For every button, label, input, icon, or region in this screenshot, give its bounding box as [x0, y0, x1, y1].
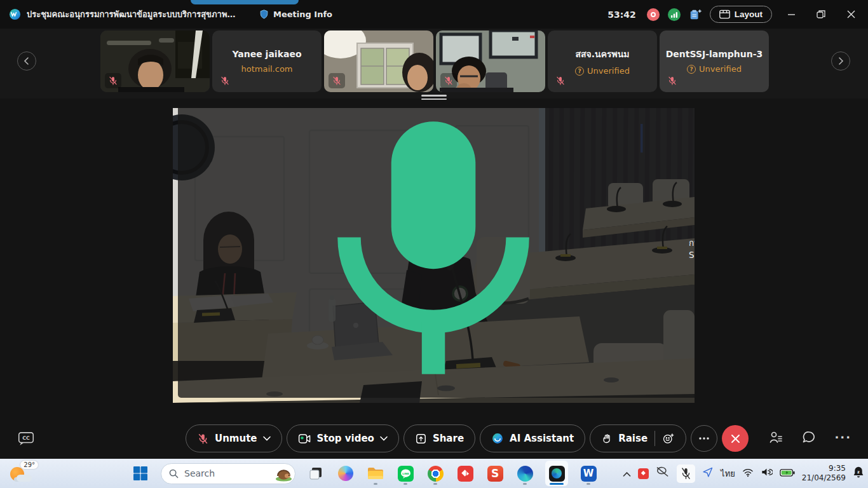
shield-icon — [259, 9, 269, 20]
battery-icon[interactable] — [780, 468, 795, 480]
minimize-button[interactable] — [780, 5, 802, 24]
svg-text:z: z — [857, 470, 860, 475]
more-panels-button[interactable]: ··· — [834, 431, 851, 444]
search-icon — [169, 469, 179, 478]
participant-filmstrip: Yanee jaikaeo hotmail.com — [0, 29, 868, 98]
active-speaker-label: กบรส Support — [178, 108, 695, 398]
participant-tile-video-3[interactable] — [436, 30, 545, 92]
chat-panel-button[interactable] — [801, 430, 817, 445]
file-explorer-button[interactable] — [366, 461, 385, 486]
participant-name: DentSSJ-lamphun-3 — [666, 49, 763, 59]
snagit-button[interactable]: S — [485, 461, 505, 486]
share-button[interactable]: Share — [403, 424, 475, 452]
tray-overflow-chevron[interactable] — [623, 468, 631, 480]
ai-assistant-label: AI Assistant — [510, 433, 574, 444]
temperature-label: 29° — [20, 461, 38, 469]
word-button[interactable]: W — [579, 461, 598, 486]
wps-office-button[interactable] — [456, 461, 475, 486]
svg-text:LINE: LINE — [402, 471, 409, 475]
meeting-info-button[interactable]: Meeting Info — [259, 9, 332, 20]
connection-quality-icon[interactable] — [668, 8, 681, 21]
chevron-left-icon — [23, 57, 31, 65]
filmstrip-next-button[interactable] — [831, 51, 850, 71]
muted-mic-icon — [329, 73, 345, 88]
active-speaker-name: กบรส Support — [689, 236, 695, 260]
participant-tile-video-2[interactable] — [324, 30, 433, 92]
volume-icon[interactable] — [761, 467, 773, 480]
participant-subtitle: ? Unverified — [575, 66, 630, 76]
recording-indicator-icon[interactable] — [647, 8, 660, 21]
task-view-button[interactable] — [306, 461, 325, 486]
windows-taskbar: 29° Search — [0, 459, 868, 488]
unmute-button[interactable]: Unmute — [186, 424, 282, 452]
tray-wps-icon[interactable] — [638, 468, 649, 479]
participant-tile-yanee[interactable]: Yanee jaikaeo hotmail.com — [212, 30, 322, 92]
filmstrip-resize-handle[interactable] — [421, 95, 447, 101]
notes-panel-icon[interactable] — [689, 8, 702, 21]
webex-app-icon — [549, 466, 565, 482]
muted-mic-icon — [217, 73, 233, 88]
share-label: Share — [433, 433, 464, 444]
stop-video-label: Stop video — [317, 433, 374, 444]
windows-logo-icon — [133, 466, 148, 481]
close-window-button[interactable] — [840, 5, 862, 24]
line-icon: LINE — [398, 466, 414, 482]
tray-mic-muted-icon[interactable] — [677, 464, 695, 483]
muted-mic-icon — [105, 73, 121, 88]
leave-meeting-button[interactable] — [722, 425, 749, 452]
line-app-button[interactable]: LINE — [396, 461, 415, 486]
participant-tile-video-1[interactable] — [100, 30, 210, 92]
raise-hand-button[interactable]: Raise — [590, 424, 686, 452]
participant-tile-nakhonphanom[interactable]: สสจ.นครพนม ? Unverified — [548, 30, 657, 92]
layout-grid-icon — [719, 10, 730, 19]
wifi-icon[interactable] — [742, 468, 754, 480]
webex-meeting-window: ประชุมคณะอนุกรรมการพัฒนาข้อมูลระบบบริการ… — [0, 0, 868, 488]
layout-button-label: Layout — [735, 10, 763, 19]
filmstrip-prev-button[interactable] — [17, 51, 36, 71]
meeting-title: ประชุมคณะอนุกรรมการพัฒนาข้อมูลระบบบริการ… — [27, 8, 236, 21]
active-speaker-video: กบรส Support — [173, 108, 695, 403]
edge-icon — [517, 466, 533, 482]
tray-location-icon[interactable] — [702, 466, 714, 480]
start-button[interactable] — [131, 461, 150, 486]
weather-widget[interactable]: 29° — [9, 461, 38, 486]
more-options-button[interactable] — [691, 425, 717, 452]
wps-diamond-icon — [458, 466, 473, 482]
participant-subtitle: hotmail.com — [241, 64, 292, 74]
active-mic-icon — [183, 108, 684, 395]
task-view-icon — [308, 466, 323, 481]
folder-icon — [367, 466, 384, 480]
ai-assistant-icon — [491, 432, 504, 445]
participants-panel-button[interactable] — [768, 430, 783, 445]
chevron-right-icon — [837, 57, 844, 65]
closed-captions-button[interactable]: CC — [18, 431, 34, 449]
cloud-icon — [17, 475, 32, 482]
restore-button[interactable] — [810, 5, 832, 24]
chat-bubble-icon — [801, 430, 817, 445]
reactions-smiley-icon[interactable] — [662, 432, 675, 445]
search-placeholder: Search — [184, 468, 215, 478]
taskbar-search-input[interactable]: Search — [161, 463, 295, 484]
muted-mic-icon — [552, 73, 569, 88]
input-language-indicator[interactable]: ไทย — [721, 467, 735, 480]
top-notification-sliver[interactable] — [191, 0, 299, 4]
copilot-button[interactable] — [336, 461, 355, 486]
ai-assistant-button[interactable]: AI Assistant — [480, 424, 585, 452]
layout-button[interactable]: Layout — [710, 6, 772, 23]
participant-subtitle: ? Unverified — [687, 64, 742, 74]
video-camera-icon — [298, 433, 311, 445]
notification-bell-icon[interactable]: z — [853, 466, 864, 481]
share-icon — [415, 433, 427, 445]
webex-taskbar-button[interactable] — [545, 461, 568, 486]
title-bar: ประชุมคณะอนุกรรมการพัฒนาข้อมูลระบบบริการ… — [0, 0, 868, 29]
stop-video-button[interactable]: Stop video — [287, 424, 399, 452]
chevron-down-icon — [263, 436, 271, 441]
divider — [654, 431, 655, 446]
chrome-button[interactable] — [426, 461, 445, 486]
tray-clock[interactable]: 9:35 21/04/2569 — [802, 464, 846, 483]
participant-tile-lamphun[interactable]: DentSSJ-lamphun-3 ? Unverified — [660, 30, 769, 92]
search-highlight-hedgehog-icon — [275, 466, 292, 482]
tray-date: 21/04/2569 — [802, 473, 846, 483]
tray-camera-off-icon[interactable] — [656, 466, 670, 480]
edge-button[interactable] — [515, 461, 534, 486]
